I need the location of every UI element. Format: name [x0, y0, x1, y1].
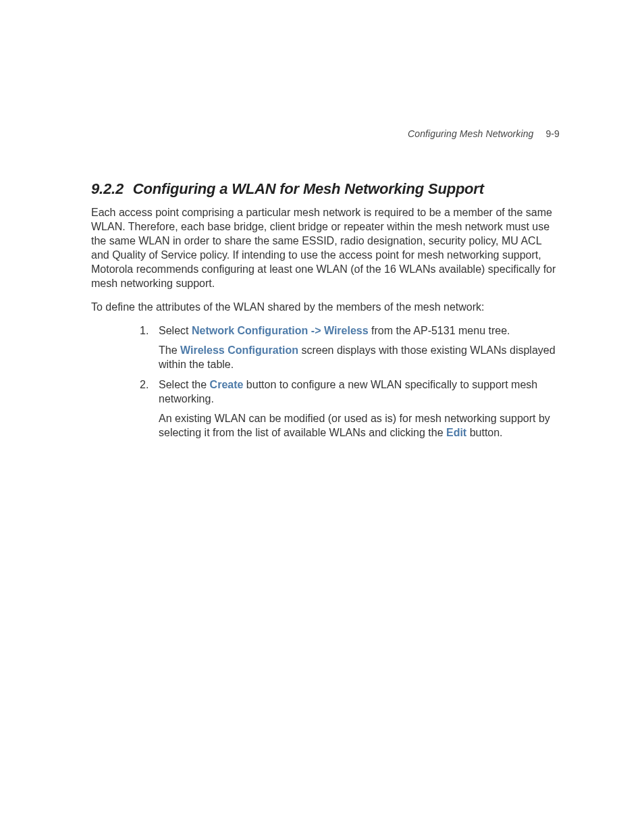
ui-screen-name: Wireless Configuration [180, 344, 298, 356]
ui-path: Network Configuration -> Wireless [192, 325, 369, 336]
step-sub: An existing WLAN can be modified (or use… [159, 411, 560, 440]
running-title: Configuring Mesh Networking [408, 128, 533, 139]
ui-button-name: Create [210, 379, 244, 390]
text-run: The [159, 344, 180, 356]
page-number: 9-9 [545, 128, 560, 139]
lead-paragraph: To define the attributes of the WLAN sha… [91, 300, 560, 314]
intro-paragraph: Each access point comprising a particula… [91, 205, 560, 291]
section-number: 9.2.2 [91, 180, 124, 197]
step-sub: The Wireless Configuration screen displa… [159, 343, 560, 371]
text-run: Select [159, 325, 192, 336]
text-run: Select the [159, 379, 210, 390]
page: Configuring Mesh Networking 9-9 9.2.2 Co… [0, 0, 644, 440]
list-item: Select the Create button to configure a … [144, 377, 560, 440]
ui-button-name: Edit [446, 427, 466, 438]
running-header: Configuring Mesh Networking 9-9 [91, 128, 560, 139]
text-run: button. [466, 427, 502, 438]
list-item: Select Network Configuration -> Wireless… [144, 323, 560, 371]
step-list: Select Network Configuration -> Wireless… [91, 323, 560, 440]
step-text: Select the Create button to configure a … [159, 379, 537, 405]
text-run: from the AP-5131 menu tree. [369, 325, 510, 336]
section-title: Configuring a WLAN for Mesh Networking S… [133, 180, 484, 197]
section-heading: 9.2.2 Configuring a WLAN for Mesh Networ… [91, 180, 560, 199]
step-text: Select Network Configuration -> Wireless… [159, 325, 510, 336]
